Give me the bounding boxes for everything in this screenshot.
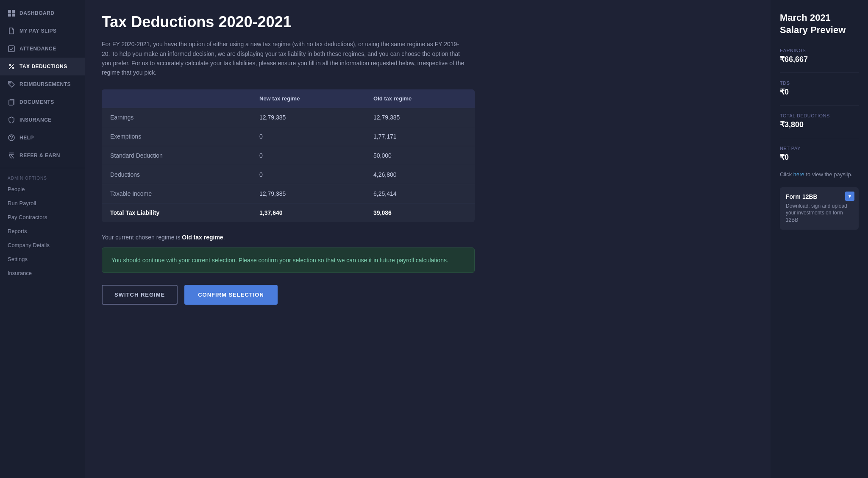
sidebar-item-dashboard[interactable]: DASHBOARD xyxy=(0,4,85,22)
svg-point-11 xyxy=(11,140,12,140)
net-pay-value: ₹0 xyxy=(780,153,859,162)
table-row: Total Tax Liability 1,37,640 39,086 xyxy=(102,203,475,222)
check-square-icon xyxy=(8,45,15,53)
net-pay-stat: NET PAY ₹0 xyxy=(780,146,859,162)
switch-regime-button[interactable]: SWITCH REGIME xyxy=(102,285,178,305)
sidebar-label-help: HELP xyxy=(19,135,34,141)
table-row: Taxable Income 12,79,385 6,25,414 xyxy=(102,184,475,203)
sidebar-item-people[interactable]: People xyxy=(0,182,85,196)
sidebar-label-pay-slips: MY PAY SLIPS xyxy=(19,28,57,34)
sidebar-label-reimbursements: REIMBURSEMENTS xyxy=(19,81,71,87)
button-row: SWITCH REGIME CONFIRM SELECTION xyxy=(102,285,754,305)
grid-icon xyxy=(8,9,15,17)
form12bb-dropdown-icon[interactable]: ▼ xyxy=(845,192,854,201)
panel-divider-1 xyxy=(780,72,859,73)
svg-point-8 xyxy=(10,83,11,83)
sidebar-item-insurance-admin[interactable]: Insurance xyxy=(0,266,85,280)
payslip-link-text: Click here to view the payslip. xyxy=(780,170,859,179)
earnings-stat: EARNINGS ₹66,667 xyxy=(780,48,859,64)
total-deductions-value: ₹3,800 xyxy=(780,120,859,129)
sidebar-item-reports[interactable]: Reports xyxy=(0,224,85,238)
form12bb-desc: Download, sign and upload your investmen… xyxy=(786,203,853,224)
table-cell-old: 1,77,171 xyxy=(365,127,475,146)
sidebar-item-pay-contractors[interactable]: Pay Contractors xyxy=(0,210,85,224)
table-cell-label: Earnings xyxy=(102,108,251,127)
payslip-link[interactable]: here xyxy=(793,171,804,178)
table-cell-new: 12,79,385 xyxy=(251,108,365,127)
tds-stat: TDS ₹0 xyxy=(780,81,859,97)
panel-title: March 2021 Salary Preview xyxy=(780,12,859,36)
table-row: Earnings 12,79,385 12,79,385 xyxy=(102,108,475,127)
percent-icon xyxy=(8,63,15,70)
table-header-new: New tax regime xyxy=(251,89,365,108)
tds-label: TDS xyxy=(780,81,859,86)
confirm-selection-button[interactable]: CONFIRM SELECTION xyxy=(184,285,278,305)
sidebar-item-reimbursements[interactable]: REIMBURSEMENTS xyxy=(0,75,85,93)
table-cell-old: 6,25,414 xyxy=(365,184,475,203)
table-cell-new: 1,37,640 xyxy=(251,203,365,222)
sidebar-item-refer-earn[interactable]: REFER & EARN xyxy=(0,147,85,164)
table-cell-label: Standard Deduction xyxy=(102,146,251,165)
table-cell-new: 0 xyxy=(251,127,365,146)
tag-icon xyxy=(8,81,15,88)
form12bb-title: Form 12BB xyxy=(786,193,853,200)
table-cell-new: 12,79,385 xyxy=(251,184,365,203)
net-pay-label: NET PAY xyxy=(780,146,859,151)
svg-point-7 xyxy=(12,67,14,69)
current-regime-text: Your current chosen regime is Old tax re… xyxy=(102,234,754,241)
file-icon xyxy=(8,27,15,35)
earnings-value: ₹66,667 xyxy=(780,55,859,64)
panel-divider-3 xyxy=(780,138,859,138)
shield-icon xyxy=(8,116,15,124)
sidebar-item-help[interactable]: HELP xyxy=(0,129,85,147)
svg-rect-1 xyxy=(12,10,15,13)
sidebar-label-tax-deductions: TAX DEDUCTIONS xyxy=(19,64,67,69)
svg-rect-3 xyxy=(12,14,15,17)
question-icon xyxy=(8,134,15,142)
earnings-label: EARNINGS xyxy=(780,48,859,53)
table-cell-new: 0 xyxy=(251,165,365,184)
svg-line-5 xyxy=(9,64,14,69)
sidebar-label-insurance: INSURANCE xyxy=(19,117,52,123)
svg-rect-9 xyxy=(9,100,13,105)
form12bb-card[interactable]: Form 12BB Download, sign and upload your… xyxy=(780,187,859,230)
table-cell-old: 4,26,800 xyxy=(365,165,475,184)
table-cell-label: Taxable Income xyxy=(102,184,251,203)
sidebar-label-dashboard: DASHBOARD xyxy=(19,10,55,16)
svg-rect-2 xyxy=(8,14,11,17)
table-row: Deductions 0 4,26,800 xyxy=(102,165,475,184)
sidebar-item-run-payroll[interactable]: Run Payroll xyxy=(0,196,85,210)
table-cell-label: Exemptions xyxy=(102,127,251,146)
sidebar-item-tax-deductions[interactable]: TAX DEDUCTIONS xyxy=(0,58,85,75)
panel-divider-2 xyxy=(780,105,859,106)
table-row: Standard Deduction 0 50,000 xyxy=(102,146,475,165)
sidebar-label-documents: DOCUMENTS xyxy=(19,99,54,105)
total-deductions-label: TOTAL DEDUCTIONS xyxy=(780,113,859,118)
table-header-empty xyxy=(102,89,251,108)
table-cell-old: 12,79,385 xyxy=(365,108,475,127)
total-deductions-stat: TOTAL DEDUCTIONS ₹3,800 xyxy=(780,113,859,129)
sidebar-divider xyxy=(0,168,85,168)
table-row: Exemptions 0 1,77,171 xyxy=(102,127,475,146)
page-title: Tax Deductions 2020-2021 xyxy=(102,13,754,31)
sidebar: DASHBOARD MY PAY SLIPS ATTENDANCE TAX DE… xyxy=(0,0,85,478)
svg-rect-4 xyxy=(8,46,14,52)
sidebar-item-settings[interactable]: Settings xyxy=(0,252,85,266)
page-description: For FY 2020-2021, you have the option of… xyxy=(102,39,466,78)
table-cell-new: 0 xyxy=(251,146,365,165)
sidebar-item-company-details[interactable]: Company Details xyxy=(0,238,85,252)
tds-value: ₹0 xyxy=(780,87,859,97)
sidebar-item-documents[interactable]: DOCUMENTS xyxy=(0,93,85,111)
table-cell-old: 39,086 xyxy=(365,203,475,222)
sidebar-item-insurance[interactable]: INSURANCE xyxy=(0,111,85,129)
table-cell-old: 50,000 xyxy=(365,146,475,165)
svg-point-6 xyxy=(9,64,11,66)
sidebar-item-pay-slips[interactable]: MY PAY SLIPS xyxy=(0,22,85,40)
table-cell-label: Deductions xyxy=(102,165,251,184)
right-panel: March 2021 Salary Preview EARNINGS ₹66,6… xyxy=(771,0,868,478)
rupee-icon xyxy=(8,152,15,159)
sidebar-label-attendance: ATTENDANCE xyxy=(19,46,56,52)
sidebar-item-attendance[interactable]: ATTENDANCE xyxy=(0,40,85,58)
svg-rect-0 xyxy=(8,10,11,13)
main-content: Tax Deductions 2020-2021 For FY 2020-202… xyxy=(85,0,771,478)
